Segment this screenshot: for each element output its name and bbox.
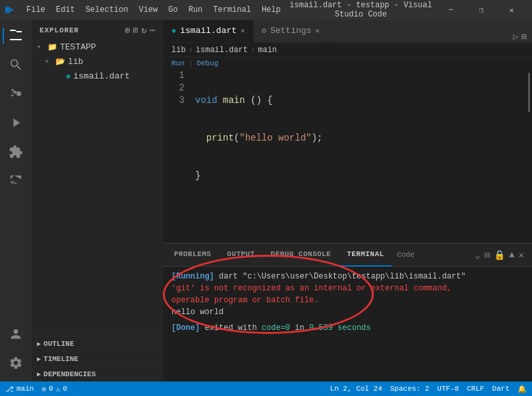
- brace-close: }: [195, 170, 200, 182]
- status-cursor[interactable]: Ln 2, Col 24: [330, 385, 382, 393]
- debug-link[interactable]: Debug: [196, 59, 218, 67]
- panel-close-icon[interactable]: ✕: [519, 249, 524, 261]
- debug-activity-icon[interactable]: [3, 110, 29, 136]
- timeline-label: TIMELINE: [44, 355, 78, 363]
- menu-go[interactable]: Go: [163, 0, 183, 20]
- accounts-activity-icon[interactable]: [3, 321, 29, 347]
- menu-terminal[interactable]: Terminal: [208, 0, 256, 20]
- folder-open-icon: 📂: [55, 57, 65, 67]
- status-errors[interactable]: ⊘ 0 ⚠ 0: [42, 385, 67, 393]
- panel-split-icon[interactable]: ⊟: [485, 249, 490, 261]
- menu-edit[interactable]: Edit: [51, 0, 80, 20]
- running-bracket: [Running]: [171, 272, 214, 281]
- menu-bar: File Edit Selection View Go Run Terminal…: [21, 0, 286, 20]
- new-file-icon[interactable]: ⊕: [125, 25, 131, 36]
- run-icon[interactable]: ▷: [513, 31, 518, 42]
- menu-help[interactable]: Help: [256, 0, 286, 20]
- tree-item-testapp[interactable]: ▾ 📁 TESTAPP: [32, 40, 163, 54]
- paren-open: (: [234, 132, 239, 145]
- timeline-toggle[interactable]: ▶ TIMELINE: [32, 352, 163, 366]
- status-spaces[interactable]: Spaces: 2: [390, 385, 429, 393]
- editor-scrollbar[interactable]: [525, 69, 532, 243]
- tabs-bar: ◈ ismail.dart ✕ ⚙ Settings ✕ ▷ ⊞: [163, 20, 532, 43]
- line-number-3: 3: [169, 94, 185, 107]
- panel-tab-terminal[interactable]: TERMINAL: [339, 244, 392, 267]
- done-time: 0.539 seconds: [309, 323, 371, 333]
- indent: [195, 132, 206, 145]
- main-layout: Explorer ⊕ ⊞ ↻ ⋯ ▾ 📁 TESTAPP ▾ 📂 lib: [0, 20, 532, 381]
- status-encoding[interactable]: UTF-8: [437, 385, 459, 393]
- activity-bar-bottom: [3, 321, 29, 381]
- test-activity-icon[interactable]: [3, 168, 29, 194]
- chevron-right-icon: ▶: [37, 340, 41, 348]
- run-debug-separator: |: [189, 59, 193, 67]
- status-language[interactable]: Dart: [492, 385, 510, 393]
- keyword-void: void: [195, 94, 218, 107]
- close-button[interactable]: ✕: [496, 0, 527, 20]
- terminal-line-hello: hello world: [171, 306, 524, 318]
- dart-tab-icon: ◈: [171, 26, 176, 36]
- split-editor-icon[interactable]: ⊞: [521, 31, 527, 42]
- breadcrumb-file[interactable]: ismail.dart: [196, 46, 248, 55]
- maximize-button[interactable]: ❐: [466, 0, 496, 20]
- outline-label: OUTLINE: [44, 340, 74, 348]
- breadcrumb-sep-1: ›: [189, 46, 193, 55]
- sidebar-header: Explorer ⊕ ⊞ ↻ ⋯: [32, 20, 163, 38]
- panel-maximize-icon[interactable]: ▲: [509, 249, 514, 260]
- status-bar-right: Ln 2, Col 24 Spaces: 2 UTF-8 CRLF Dart 🔔: [330, 385, 527, 393]
- panel-tab-output[interactable]: OUTPUT: [219, 244, 262, 267]
- breadcrumb: lib › ismail.dart › main: [163, 43, 532, 57]
- run-link[interactable]: Run: [171, 59, 185, 67]
- line-number-2: 2: [169, 82, 185, 94]
- panel-lock-icon[interactable]: 🔒: [494, 249, 505, 261]
- running-command: dart "c:\Users\user\Desktop\testapp\lib\…: [214, 272, 466, 281]
- code-content[interactable]: void main () { print("hello world"); }: [190, 69, 525, 243]
- tree-item-ismail-dart[interactable]: ◈ ismail.dart: [32, 69, 163, 83]
- function-main: main: [223, 94, 245, 107]
- extensions-activity-icon[interactable]: [3, 139, 29, 165]
- menu-run[interactable]: Run: [183, 0, 208, 20]
- tab-close-settings[interactable]: ✕: [315, 26, 320, 35]
- paren-close: );: [311, 132, 322, 145]
- panel-dropdown-icon[interactable]: ⌄: [475, 249, 480, 261]
- line-number-1: 1: [169, 69, 185, 82]
- search-activity-icon[interactable]: [3, 51, 29, 78]
- refresh-icon[interactable]: ↻: [142, 25, 148, 36]
- code-editor[interactable]: 1 2 3 void main () { print("hello world"…: [163, 69, 532, 243]
- dependencies-toggle[interactable]: ▶ DEPENDENCIES: [32, 367, 163, 381]
- sidebar: Explorer ⊕ ⊞ ↻ ⋯ ▾ 📁 TESTAPP ▾ 📂 lib: [32, 20, 163, 381]
- status-eol[interactable]: CRLF: [467, 385, 484, 393]
- collapse-all-icon[interactable]: ⋯: [150, 25, 156, 36]
- editor-area: ◈ ismail.dart ✕ ⚙ Settings ✕ ▷ ⊞ lib › i…: [163, 20, 532, 381]
- menu-selection[interactable]: Selection: [80, 0, 134, 20]
- dart-file-icon: ◈: [66, 71, 71, 81]
- explorer-activity-icon[interactable]: [3, 22, 29, 49]
- settings-tab-icon: ⚙: [262, 26, 266, 36]
- status-warnings-label: 0: [63, 385, 67, 393]
- code-line-1: void main () {: [195, 94, 520, 107]
- code-line-2: print("hello world");: [195, 132, 520, 145]
- sidebar-title: Explorer: [40, 26, 79, 34]
- new-folder-icon[interactable]: ⊞: [133, 25, 139, 36]
- menu-file[interactable]: File: [21, 0, 51, 20]
- timeline-section: ▶ TIMELINE: [32, 351, 163, 366]
- outline-toggle[interactable]: ▶ OUTLINE: [32, 337, 163, 351]
- manage-activity-icon[interactable]: [3, 350, 29, 376]
- breadcrumb-symbol[interactable]: main: [258, 46, 277, 55]
- minimize-button[interactable]: ─: [436, 0, 466, 20]
- tree-label-testapp: TESTAPP: [60, 42, 96, 52]
- panel-tab-problems[interactable]: PROBLEMS: [166, 244, 219, 267]
- done-text: exited with: [200, 323, 262, 333]
- breadcrumb-lib[interactable]: lib: [171, 46, 186, 55]
- status-notifications[interactable]: 🔔: [517, 385, 527, 393]
- tab-close-ismail-dart[interactable]: ✕: [241, 26, 245, 35]
- status-branch-label: main: [16, 385, 34, 393]
- menu-view[interactable]: View: [133, 0, 163, 20]
- panel-tab-debug-console[interactable]: DEBUG CONSOLE: [263, 244, 340, 267]
- tab-settings[interactable]: ⚙ Settings ✕: [254, 20, 328, 42]
- tree-item-lib[interactable]: ▾ 📂 lib: [32, 54, 163, 69]
- source-control-activity-icon[interactable]: [3, 81, 29, 107]
- done-bracket: [Done]: [171, 323, 200, 333]
- status-branch[interactable]: ⎇ main: [5, 385, 34, 393]
- tab-ismail-dart[interactable]: ◈ ismail.dart ✕: [163, 20, 254, 42]
